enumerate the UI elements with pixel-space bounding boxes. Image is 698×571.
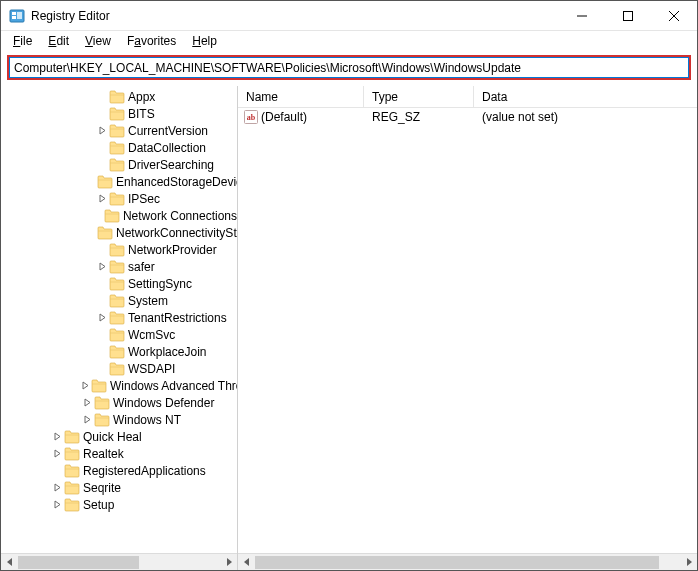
svg-marker-23 bbox=[244, 558, 249, 566]
scroll-right-icon[interactable] bbox=[220, 554, 237, 571]
main-split: AppxBITSCurrentVersionDataCollectionDriv… bbox=[1, 86, 697, 570]
value-list[interactable]: ab(Default)REG_SZ(value not set) bbox=[238, 108, 697, 553]
tree-item[interactable]: Seqrite bbox=[1, 479, 237, 496]
svg-rect-2 bbox=[12, 16, 16, 19]
tree-item-label: Appx bbox=[128, 90, 155, 104]
tree-item[interactable]: IPSec bbox=[1, 190, 237, 207]
folder-icon bbox=[109, 328, 125, 342]
tree-item-label: WcmSvc bbox=[128, 328, 175, 342]
menubar: File Edit View Favorites Help bbox=[1, 31, 697, 51]
expand-icon[interactable] bbox=[96, 261, 108, 273]
svg-text:ab: ab bbox=[247, 113, 256, 122]
tree-item[interactable]: SettingSync bbox=[1, 275, 237, 292]
svg-rect-5 bbox=[624, 11, 633, 20]
close-button[interactable] bbox=[651, 1, 697, 31]
string-value-icon: ab bbox=[244, 110, 258, 124]
expand-icon[interactable] bbox=[51, 499, 63, 511]
tree-item[interactable]: WcmSvc bbox=[1, 326, 237, 343]
tree-item-label: Setup bbox=[83, 498, 114, 512]
folder-icon bbox=[104, 209, 120, 223]
scroll-track[interactable] bbox=[255, 554, 680, 571]
tree-item-label: Windows Defender bbox=[113, 396, 214, 410]
expand-icon[interactable] bbox=[81, 380, 90, 392]
expand-icon[interactable] bbox=[51, 448, 63, 460]
tree-item-label: CurrentVersion bbox=[128, 124, 208, 138]
menu-help[interactable]: Help bbox=[184, 33, 225, 49]
address-input[interactable] bbox=[9, 57, 689, 78]
tree-item[interactable]: Setup bbox=[1, 496, 237, 513]
svg-marker-18 bbox=[55, 501, 60, 508]
tree-body[interactable]: AppxBITSCurrentVersionDataCollectionDriv… bbox=[1, 86, 237, 553]
tree-item[interactable]: Quick Heal bbox=[1, 428, 237, 445]
tree-item[interactable]: NetworkConnectivityStatusIndicator bbox=[1, 224, 237, 241]
tree-item[interactable]: CurrentVersion bbox=[1, 122, 237, 139]
tree-hscrollbar[interactable] bbox=[1, 553, 237, 570]
value-hscrollbar[interactable] bbox=[238, 553, 697, 570]
svg-rect-1 bbox=[12, 12, 16, 15]
folder-icon bbox=[64, 498, 80, 512]
svg-marker-11 bbox=[100, 314, 105, 321]
menu-favorites[interactable]: Favorites bbox=[119, 33, 184, 49]
tree-item[interactable]: Windows NT bbox=[1, 411, 237, 428]
svg-rect-3 bbox=[17, 12, 22, 19]
scroll-left-icon[interactable] bbox=[238, 554, 255, 571]
expand-icon[interactable] bbox=[51, 431, 63, 443]
svg-marker-14 bbox=[85, 416, 90, 423]
minimize-button[interactable] bbox=[559, 1, 605, 31]
maximize-button[interactable] bbox=[605, 1, 651, 31]
tree-item[interactable]: DataCollection bbox=[1, 139, 237, 156]
expand-icon[interactable] bbox=[81, 414, 93, 426]
tree-item-label: SettingSync bbox=[128, 277, 192, 291]
scroll-thumb[interactable] bbox=[18, 556, 139, 569]
scroll-thumb[interactable] bbox=[255, 556, 659, 569]
tree-item[interactable]: Realtek bbox=[1, 445, 237, 462]
svg-marker-24 bbox=[687, 558, 692, 566]
scroll-left-icon[interactable] bbox=[1, 554, 18, 571]
tree-item-label: TenantRestrictions bbox=[128, 311, 227, 325]
svg-marker-12 bbox=[83, 382, 88, 389]
addressbar-container bbox=[1, 51, 697, 86]
column-data[interactable]: Data bbox=[474, 86, 697, 107]
menu-file[interactable]: File bbox=[5, 33, 40, 49]
expand-icon[interactable] bbox=[51, 482, 63, 494]
folder-icon bbox=[109, 362, 125, 376]
folder-icon bbox=[91, 379, 107, 393]
value-row[interactable]: ab(Default)REG_SZ(value not set) bbox=[238, 108, 697, 126]
expand-icon[interactable] bbox=[81, 397, 93, 409]
tree-item[interactable]: Windows Advanced Threat Protection bbox=[1, 377, 237, 394]
tree-item-label: Windows NT bbox=[113, 413, 181, 427]
scroll-right-icon[interactable] bbox=[680, 554, 697, 571]
tree-item[interactable]: NetworkProvider bbox=[1, 241, 237, 258]
folder-icon bbox=[109, 243, 125, 257]
tree-item[interactable]: BITS bbox=[1, 105, 237, 122]
tree-item[interactable]: EnhancedStorageDevices bbox=[1, 173, 237, 190]
folder-icon bbox=[109, 107, 125, 121]
tree-item[interactable]: TenantRestrictions bbox=[1, 309, 237, 326]
tree-item[interactable]: WSDAPI bbox=[1, 360, 237, 377]
tree-item[interactable]: DriverSearching bbox=[1, 156, 237, 173]
tree-item[interactable]: System bbox=[1, 292, 237, 309]
column-name[interactable]: Name bbox=[238, 86, 364, 107]
expand-icon[interactable] bbox=[96, 125, 108, 137]
svg-marker-19 bbox=[7, 558, 12, 566]
expand-icon[interactable] bbox=[96, 312, 108, 324]
tree-item[interactable]: Appx bbox=[1, 88, 237, 105]
menu-edit[interactable]: Edit bbox=[40, 33, 77, 49]
tree-item[interactable]: safer bbox=[1, 258, 237, 275]
column-type[interactable]: Type bbox=[364, 86, 474, 107]
value-name-cell: ab(Default) bbox=[238, 110, 364, 124]
svg-marker-17 bbox=[55, 484, 60, 491]
expand-icon[interactable] bbox=[96, 193, 108, 205]
tree-item[interactable]: WorkplaceJoin bbox=[1, 343, 237, 360]
window-title: Registry Editor bbox=[31, 9, 559, 23]
tree-item[interactable]: Windows Defender bbox=[1, 394, 237, 411]
tree-item[interactable]: Network Connections bbox=[1, 207, 237, 224]
tree-item-label: Realtek bbox=[83, 447, 124, 461]
menu-view[interactable]: View bbox=[77, 33, 119, 49]
tree-item[interactable]: RegisteredApplications bbox=[1, 462, 237, 479]
svg-marker-13 bbox=[85, 399, 90, 406]
tree-item-label: NetworkProvider bbox=[128, 243, 217, 257]
folder-icon bbox=[64, 481, 80, 495]
tree-item-label: WorkplaceJoin bbox=[128, 345, 206, 359]
scroll-track[interactable] bbox=[18, 554, 220, 571]
